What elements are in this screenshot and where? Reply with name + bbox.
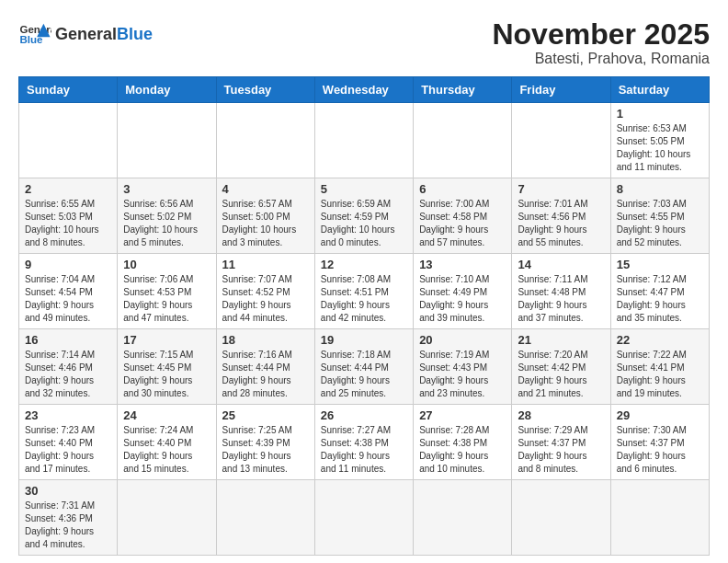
- calendar: Sunday Monday Tuesday Wednesday Thursday…: [18, 76, 710, 556]
- day-number: 25: [222, 408, 309, 422]
- day-cell: [314, 103, 413, 178]
- day-cell: [19, 103, 118, 178]
- day-info: Sunrise: 7:00 AM Sunset: 4:58 PM Dayligh…: [419, 198, 506, 249]
- week-row-1: 2Sunrise: 6:55 AM Sunset: 5:03 PM Daylig…: [19, 178, 710, 254]
- day-number: 8: [617, 182, 703, 196]
- day-cell: 6Sunrise: 7:00 AM Sunset: 4:58 PM Daylig…: [414, 178, 512, 254]
- day-number: 30: [25, 484, 111, 498]
- day-info: Sunrise: 7:24 AM Sunset: 4:40 PM Dayligh…: [123, 424, 210, 476]
- location-title: Batesti, Prahova, Romania: [492, 51, 710, 67]
- day-info: Sunrise: 7:28 AM Sunset: 4:38 PM Dayligh…: [419, 424, 506, 476]
- day-info: Sunrise: 7:14 AM Sunset: 4:46 PM Dayligh…: [25, 349, 111, 400]
- day-cell: 2Sunrise: 6:55 AM Sunset: 5:03 PM Daylig…: [19, 178, 118, 254]
- day-number: 2: [25, 182, 111, 196]
- logo: General Blue GeneralBlue: [18, 18, 153, 52]
- day-number: 21: [518, 333, 604, 347]
- day-cell: 25Sunrise: 7:25 AM Sunset: 4:39 PM Dayli…: [216, 405, 314, 480]
- day-info: Sunrise: 7:11 AM Sunset: 4:48 PM Dayligh…: [518, 273, 604, 325]
- logo-icon: General Blue: [18, 18, 51, 52]
- day-number: 9: [25, 258, 111, 271]
- day-cell: 7Sunrise: 7:01 AM Sunset: 4:56 PM Daylig…: [512, 178, 610, 254]
- day-cell: [118, 103, 216, 178]
- day-cell: 4Sunrise: 6:57 AM Sunset: 5:00 PM Daylig…: [216, 178, 314, 254]
- day-number: 29: [617, 408, 703, 422]
- week-row-4: 23Sunrise: 7:23 AM Sunset: 4:40 PM Dayli…: [19, 405, 710, 480]
- day-number: 11: [222, 258, 309, 271]
- day-cell: 21Sunrise: 7:20 AM Sunset: 4:42 PM Dayli…: [512, 329, 610, 405]
- title-area: November 2025 Batesti, Prahova, Romania: [492, 18, 710, 67]
- day-number: 26: [321, 408, 407, 422]
- day-cell: 23Sunrise: 7:23 AM Sunset: 4:40 PM Dayli…: [19, 405, 118, 480]
- day-info: Sunrise: 7:12 AM Sunset: 4:47 PM Dayligh…: [617, 273, 703, 325]
- day-cell: 8Sunrise: 7:03 AM Sunset: 4:55 PM Daylig…: [610, 178, 709, 254]
- header-thursday: Thursday: [414, 77, 512, 103]
- day-cell: 18Sunrise: 7:16 AM Sunset: 4:44 PM Dayli…: [216, 329, 314, 405]
- day-info: Sunrise: 7:20 AM Sunset: 4:42 PM Dayligh…: [518, 349, 604, 400]
- day-info: Sunrise: 7:30 AM Sunset: 4:37 PM Dayligh…: [617, 424, 703, 476]
- day-cell: 13Sunrise: 7:10 AM Sunset: 4:49 PM Dayli…: [414, 254, 512, 329]
- day-number: 18: [222, 333, 309, 347]
- header-friday: Friday: [512, 77, 610, 103]
- day-cell: [414, 103, 512, 178]
- day-cell: [512, 480, 610, 556]
- day-info: Sunrise: 7:15 AM Sunset: 4:45 PM Dayligh…: [123, 349, 210, 400]
- day-number: 15: [617, 258, 703, 271]
- day-cell: 3Sunrise: 6:56 AM Sunset: 5:02 PM Daylig…: [118, 178, 216, 254]
- day-number: 16: [25, 333, 111, 347]
- day-number: 17: [123, 333, 210, 347]
- day-info: Sunrise: 6:53 AM Sunset: 5:05 PM Dayligh…: [617, 122, 703, 174]
- day-info: Sunrise: 6:55 AM Sunset: 5:03 PM Dayligh…: [25, 198, 111, 249]
- day-cell: 28Sunrise: 7:29 AM Sunset: 4:37 PM Dayli…: [512, 405, 610, 480]
- day-info: Sunrise: 7:27 AM Sunset: 4:38 PM Dayligh…: [321, 424, 407, 476]
- day-info: Sunrise: 7:08 AM Sunset: 4:51 PM Dayligh…: [321, 273, 407, 325]
- day-number: 20: [419, 333, 506, 347]
- day-cell: 15Sunrise: 7:12 AM Sunset: 4:47 PM Dayli…: [610, 254, 709, 329]
- day-info: Sunrise: 7:04 AM Sunset: 4:54 PM Dayligh…: [25, 273, 111, 325]
- week-row-5: 30Sunrise: 7:31 AM Sunset: 4:36 PM Dayli…: [19, 480, 710, 556]
- day-number: 7: [518, 182, 604, 196]
- day-info: Sunrise: 7:31 AM Sunset: 4:36 PM Dayligh…: [25, 500, 111, 551]
- day-info: Sunrise: 7:06 AM Sunset: 4:53 PM Dayligh…: [123, 273, 210, 325]
- day-number: 23: [25, 408, 111, 422]
- day-cell: [610, 480, 709, 556]
- day-info: Sunrise: 7:01 AM Sunset: 4:56 PM Dayligh…: [518, 198, 604, 249]
- day-cell: 19Sunrise: 7:18 AM Sunset: 4:44 PM Dayli…: [314, 329, 413, 405]
- day-number: 1: [617, 107, 703, 121]
- header-saturday: Saturday: [610, 77, 709, 103]
- day-number: 12: [321, 258, 407, 271]
- day-info: Sunrise: 7:25 AM Sunset: 4:39 PM Dayligh…: [222, 424, 309, 476]
- day-info: Sunrise: 7:18 AM Sunset: 4:44 PM Dayligh…: [321, 349, 407, 400]
- day-info: Sunrise: 7:19 AM Sunset: 4:43 PM Dayligh…: [419, 349, 506, 400]
- day-cell: [512, 103, 610, 178]
- day-number: 3: [123, 182, 210, 196]
- day-cell: 10Sunrise: 7:06 AM Sunset: 4:53 PM Dayli…: [118, 254, 216, 329]
- day-number: 6: [419, 182, 506, 196]
- day-cell: [314, 480, 413, 556]
- week-row-0: 1Sunrise: 6:53 AM Sunset: 5:05 PM Daylig…: [19, 103, 710, 178]
- day-cell: 24Sunrise: 7:24 AM Sunset: 4:40 PM Dayli…: [118, 405, 216, 480]
- day-cell: 26Sunrise: 7:27 AM Sunset: 4:38 PM Dayli…: [314, 405, 413, 480]
- day-cell: 16Sunrise: 7:14 AM Sunset: 4:46 PM Dayli…: [19, 329, 118, 405]
- header-wednesday: Wednesday: [314, 77, 413, 103]
- day-cell: [216, 480, 314, 556]
- month-title: November 2025: [492, 18, 710, 51]
- day-info: Sunrise: 6:56 AM Sunset: 5:02 PM Dayligh…: [123, 198, 210, 249]
- day-info: Sunrise: 7:29 AM Sunset: 4:37 PM Dayligh…: [518, 424, 604, 476]
- calendar-header-row: Sunday Monday Tuesday Wednesday Thursday…: [19, 77, 710, 103]
- day-number: 5: [321, 182, 407, 196]
- day-number: 24: [123, 408, 210, 422]
- day-cell: 29Sunrise: 7:30 AM Sunset: 4:37 PM Dayli…: [610, 405, 709, 480]
- day-number: 13: [419, 258, 506, 271]
- day-info: Sunrise: 7:22 AM Sunset: 4:41 PM Dayligh…: [617, 349, 703, 400]
- logo-general-text: General: [55, 25, 117, 43]
- header-sunday: Sunday: [19, 77, 118, 103]
- day-number: 14: [518, 258, 604, 271]
- day-cell: 30Sunrise: 7:31 AM Sunset: 4:36 PM Dayli…: [19, 480, 118, 556]
- day-cell: [118, 480, 216, 556]
- day-cell: 17Sunrise: 7:15 AM Sunset: 4:45 PM Dayli…: [118, 329, 216, 405]
- day-info: Sunrise: 6:57 AM Sunset: 5:00 PM Dayligh…: [222, 198, 309, 249]
- day-cell: 5Sunrise: 6:59 AM Sunset: 4:59 PM Daylig…: [314, 178, 413, 254]
- day-number: 28: [518, 408, 604, 422]
- day-cell: [216, 103, 314, 178]
- day-info: Sunrise: 7:16 AM Sunset: 4:44 PM Dayligh…: [222, 349, 309, 400]
